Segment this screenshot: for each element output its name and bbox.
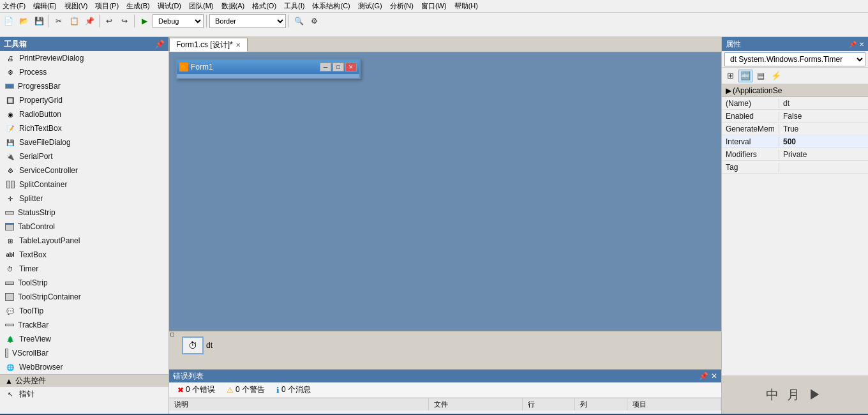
menu-data[interactable]: 数据(A)	[221, 1, 245, 11]
tb-paste[interactable]: 📌	[82, 14, 96, 28]
toolbox-item-richtextbox[interactable]: 📝 RichTextBox	[0, 121, 168, 135]
tb-copy[interactable]: 📋	[67, 14, 81, 28]
form-close-button[interactable]: ✕	[345, 63, 357, 72]
props-row-tag: Tag	[722, 161, 868, 174]
error-count-info[interactable]: ℹ 0 个消息	[272, 383, 315, 396]
design-area[interactable]: 🔶 Form1 ─ □ ✕	[169, 52, 721, 331]
toolbox-item-pointer[interactable]: ↖ 指针	[0, 387, 168, 401]
toolbox-item-printpreviewdialog[interactable]: 🖨 PrintPreviewDialog	[0, 51, 168, 65]
menu-window[interactable]: 窗口(W)	[421, 1, 447, 11]
props-object-dropdown[interactable]: dt System.Windows.Forms.Timer	[724, 52, 865, 66]
toolbox-item-webbrowser[interactable]: 🌐 WebBrowser	[0, 360, 168, 374]
menu-edit[interactable]: 编辑(E)	[33, 1, 57, 11]
props-value-name[interactable]: dt	[779, 99, 868, 108]
toolbox-item-tabcontrol[interactable]: TabControl	[0, 220, 168, 234]
tab-close-icon[interactable]: ✕	[236, 42, 241, 49]
toolbox-item-tablelayoutpanel[interactable]: ⊞ TableLayoutPanel	[0, 234, 168, 248]
props-alphabetical-button[interactable]: 🔤	[738, 70, 752, 82]
toolbox-item-toolstrip[interactable]: ToolStrip	[0, 276, 168, 290]
toolbox-icon-timer: ⏱	[5, 264, 15, 274]
toolbar-row-1: 📄 📂 💾 ✂ 📋 📌 ↩ ↪ ▶ Debug Border 🔍 ⚙	[1, 14, 867, 28]
toolbox-item-tooltip[interactable]: 💬 ToolTip	[0, 304, 168, 318]
props-categorized-button[interactable]: ⊞	[723, 70, 737, 82]
menu-debug[interactable]: 调试(D)	[158, 1, 181, 11]
tb-extra1[interactable]: 🔍	[292, 14, 306, 28]
tb-new[interactable]: 📄	[1, 14, 15, 28]
menu-team[interactable]: 团队(M)	[189, 1, 214, 11]
props-close-icon[interactable]: ✕	[859, 41, 864, 48]
toolbox-item-splitcontainer[interactable]: SplitContainer	[0, 177, 168, 192]
error-col-description[interactable]: 说明	[169, 398, 429, 411]
props-name-generatemem: GenerateMem	[722, 124, 779, 133]
tb-save[interactable]: 💾	[32, 14, 46, 28]
error-panel-close-icon[interactable]: ✕	[711, 372, 717, 381]
toolbox-item-toolstripcontainer[interactable]: ToolStripContainer	[0, 290, 168, 304]
menu-analysis[interactable]: 分析(N)	[390, 1, 414, 11]
tab-form1-design[interactable]: Form1.cs [设计]* ✕	[169, 38, 248, 52]
tb-open[interactable]: 📂	[17, 14, 31, 28]
form-body[interactable]	[177, 74, 359, 78]
toolbox-item-serialport[interactable]: 🔌 SerialPort	[0, 149, 168, 163]
toolbox-icon-vscrollbar	[5, 349, 8, 358]
tb-extra2[interactable]: ⚙	[307, 14, 321, 28]
border-mode-dropdown[interactable]: Border	[209, 14, 286, 28]
tb-redo[interactable]: ↪	[117, 14, 131, 28]
toolbox-item-vscrollbar[interactable]: VScrollBar	[0, 346, 168, 360]
menu-architecture[interactable]: 体系结构(C)	[312, 1, 350, 11]
menu-format[interactable]: 格式(O)	[252, 1, 276, 11]
tray-item-dt[interactable]: ⏱ dt	[182, 336, 213, 354]
tb-run[interactable]: ▶	[137, 14, 151, 28]
props-row-generatemem: GenerateMem True	[722, 123, 868, 135]
error-col-file[interactable]: 文件	[429, 398, 523, 411]
toolbox-item-savefiledialog[interactable]: 💾 SaveFileDialog	[0, 135, 168, 149]
toolbox-item-timer[interactable]: ⏱ Timer	[0, 262, 168, 276]
tb-cut[interactable]: ✂	[52, 14, 66, 28]
error-panel-pin-icon[interactable]: 📌	[699, 372, 708, 381]
props-header-controls: 📌 ✕	[849, 41, 864, 48]
tb-undo[interactable]: ↩	[102, 14, 116, 28]
toolbox-item-progressbar[interactable]: ProgressBar	[0, 79, 168, 93]
toolbox-item-trackbar[interactable]: TrackBar	[0, 318, 168, 332]
form-minimize-button[interactable]: ─	[320, 63, 331, 72]
form-maximize-button[interactable]: □	[333, 63, 344, 72]
props-section-application[interactable]: ▶ (ApplicationSe	[722, 84, 868, 97]
menu-project[interactable]: 项目(P)	[95, 1, 119, 11]
props-value-interval[interactable]: 500	[779, 137, 868, 146]
error-col-column[interactable]: 列	[575, 398, 627, 411]
props-properties-button[interactable]: ▤	[754, 70, 768, 82]
props-name-enabled: Enabled	[722, 112, 779, 121]
props-value-modifiers[interactable]: Private	[779, 150, 868, 159]
menu-tools[interactable]: 工具(I)	[284, 1, 304, 11]
toolbox-item-process[interactable]: ⚙ Process	[0, 65, 168, 79]
props-pin-icon[interactable]: 📌	[849, 41, 857, 48]
toolbox-icon-propertygrid: 🔲	[5, 95, 15, 105]
props-value-generatemem[interactable]: True	[779, 124, 868, 133]
toolbox-item-textbox[interactable]: abl TextBox	[0, 248, 168, 262]
menu-build[interactable]: 生成(B)	[126, 1, 150, 11]
error-col-project[interactable]: 项目	[627, 398, 721, 411]
center-area: Form1.cs [设计]* ✕ 🔶 Form1 ─ □	[169, 37, 721, 414]
props-name-modifiers: Modifiers	[722, 150, 779, 159]
toolbox-item-servicecontroller[interactable]: ⚙ ServiceController	[0, 163, 168, 177]
toolbox-body: 🖨 PrintPreviewDialog ⚙ Process ProgressB…	[0, 51, 168, 414]
toolbox-item-statusstrip[interactable]: StatusStrip	[0, 206, 168, 220]
menu-test[interactable]: 测试(G)	[358, 1, 382, 11]
menu-help[interactable]: 帮助(H)	[454, 1, 478, 11]
error-count-errors[interactable]: ✖ 0 个错误	[173, 383, 220, 396]
error-count-warnings[interactable]: ⚠ 0 个警告	[222, 383, 269, 396]
toolbox-section-common[interactable]: ▲ 公共控件	[0, 374, 168, 387]
debug-mode-dropdown[interactable]: Debug	[153, 14, 204, 28]
toolbox-pin-icon[interactable]: 📌	[155, 40, 165, 49]
tab-bar: Form1.cs [设计]* ✕	[169, 37, 721, 52]
error-panel: 错误列表 📌 ✕ ✖ 0 个错误 ⚠ 0 个警告	[169, 369, 721, 414]
toolbox-item-treeview[interactable]: 🌲 TreeView	[0, 332, 168, 346]
error-col-line[interactable]: 行	[523, 398, 575, 411]
toolbox-item-propertygrid[interactable]: 🔲 PropertyGrid	[0, 93, 168, 107]
menu-bar: 文件(F) 编辑(E) 视图(V) 项目(P) 生成(B) 调试(D) 团队(M…	[0, 0, 868, 13]
props-value-enabled[interactable]: False	[779, 112, 868, 121]
props-events-button[interactable]: ⚡	[769, 70, 783, 82]
toolbox-item-radiobutton[interactable]: ◉ RadioButton	[0, 107, 168, 121]
menu-file[interactable]: 文件(F)	[3, 1, 26, 11]
menu-view[interactable]: 视图(V)	[64, 1, 88, 11]
toolbox-item-splitter[interactable]: ✛ Splitter	[0, 192, 168, 206]
